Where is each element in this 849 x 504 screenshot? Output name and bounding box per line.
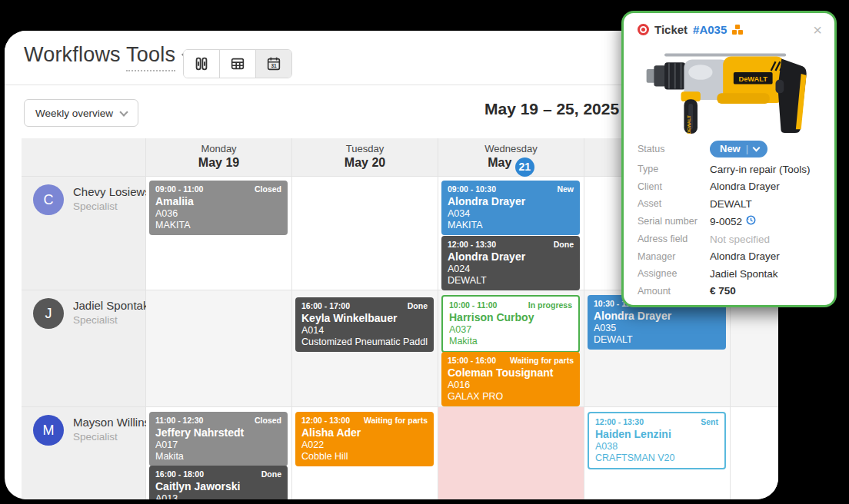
appointment-card-a017[interactable]: 11:00 - 12:30Closed Jeffery Nahrstedt A0…: [149, 412, 288, 466]
appointment-card-a038[interactable]: 12:00 - 13:30Sent Haiden Lenzini A038 CR…: [588, 412, 726, 469]
card-time: 12:00 - 13:00: [301, 416, 350, 425]
target-icon: [638, 24, 649, 35]
card-ticket-id: A024: [448, 264, 574, 274]
card-ticket-id: A013: [155, 493, 281, 499]
divider: |: [746, 143, 748, 154]
appointment-card-a024[interactable]: 12:00 - 13:30Done Alondra Drayer A024 DE…: [441, 236, 580, 290]
appointment-card-a022[interactable]: 12:00 - 13:00Waiting for parts Alisha Ad…: [295, 412, 434, 466]
card-time: 15:00 - 16:00: [448, 356, 496, 365]
date-range-title: May 19 – 25, 2025: [484, 100, 619, 118]
card-brand: DEWALT: [448, 275, 574, 286]
specialist-role: Specialist: [73, 431, 118, 443]
ticket-id-link[interactable]: #A035: [693, 23, 727, 36]
status-value: New: [720, 143, 741, 154]
close-icon[interactable]: ×: [813, 25, 822, 35]
card-client: Harrison Curboy: [449, 311, 572, 323]
view-kanban-button[interactable]: [184, 50, 220, 78]
ticket-popup: Ticket #A035 × DeWALT: [621, 11, 837, 307]
appointment-card-a016[interactable]: 15:00 - 16:00Waiting for parts Coleman T…: [441, 352, 580, 406]
card-brand: Customized Pneumatic Paddl...: [301, 337, 428, 347]
day-name: Wednesday: [438, 143, 584, 154]
card-ticket-id: A036: [155, 208, 281, 219]
card-ticket-id: A022: [301, 439, 428, 450]
field-value: € 750: [710, 285, 736, 297]
card-time: 10:00 - 11:00: [449, 300, 497, 310]
card-brand: Makita: [155, 451, 281, 462]
weekly-overview-select[interactable]: Weekly overview: [24, 99, 138, 127]
day-date: May 19: [146, 156, 291, 170]
appointment-card-a036[interactable]: 09:00 - 11:00Closed Amaliia A036 MAKITA: [149, 181, 288, 235]
field-label: Asset: [638, 198, 710, 209]
card-client: Alondra Drayer: [448, 195, 574, 207]
day-cell: 09:00 - 10:30New Alondra Drayer A034 MAK…: [438, 177, 584, 290]
card-client: Keyla Winkelbauer: [301, 312, 428, 324]
specialist-cell-jadiel: J Jadiel Spontak Specialist: [22, 290, 146, 407]
table-icon: [229, 55, 246, 72]
field-value: 9-0052: [710, 216, 742, 227]
avatar: C: [33, 184, 64, 215]
status-dropdown[interactable]: New |: [710, 141, 767, 158]
card-client: Alisha Ader: [301, 426, 428, 439]
card-client: Coleman Tousignant: [448, 366, 574, 379]
kanban-icon: [193, 55, 210, 72]
today-badge: 21: [515, 158, 534, 177]
card-status: Sent: [701, 417, 718, 426]
appointment-card-a014[interactable]: 16:00 - 17:00Done Keyla Winkelbauer A014…: [295, 297, 434, 352]
appointment-card-a034[interactable]: 09:00 - 10:30New Alondra Drayer A034 MAK…: [441, 181, 580, 235]
product-image-drill: DeWALT DEWALT: [624, 41, 834, 134]
day-cell: 16:00 - 17:00Done Keyla Winkelbauer A014…: [292, 290, 438, 407]
weekly-overview-label: Weekly overview: [35, 108, 113, 119]
card-status: Closed: [255, 416, 281, 425]
field-label: Manager: [638, 251, 710, 262]
day-date: May 21: [438, 156, 584, 177]
card-ticket-id: A037: [449, 324, 572, 335]
card-brand: MAKITA: [448, 220, 574, 230]
field-label: Assignee: [638, 268, 710, 279]
day-cell: 10:30 - 11:30 Alondra Drayer A035 DEWALT: [584, 290, 731, 407]
card-time: 12:00 - 13:30: [595, 417, 644, 426]
field-label: Serial number: [638, 216, 710, 227]
field-serial-number: Serial number 9-0052: [638, 215, 822, 227]
card-time: 09:00 - 10:30: [448, 184, 496, 194]
appointment-card-a037[interactable]: 10:00 - 11:00In progress Harrison Curboy…: [441, 295, 580, 353]
blocked-day-cell: [438, 407, 584, 499]
specialist-cell-chevy: C Chevy Losiewski Specialist: [22, 177, 146, 290]
card-status: Done: [408, 301, 428, 310]
field-address: Adress field Not specified: [638, 234, 822, 245]
day-cell: 12:00 - 13:00Waiting for parts Alisha Ad…: [292, 407, 438, 499]
page-title-tools[interactable]: Tools: [126, 43, 175, 71]
ticket-fields: Status New | Type Carry-in repair (Tools…: [624, 134, 834, 297]
specialist-role: Specialist: [73, 201, 118, 212]
card-time: 09:00 - 11:00: [155, 184, 203, 194]
card-client: Alondra Drayer: [448, 250, 574, 263]
svg-text:DeWALT: DeWALT: [739, 75, 768, 83]
day-date: May 20: [292, 156, 438, 170]
day-cell: 11:00 - 12:30Closed Jeffery Nahrstedt A0…: [146, 407, 292, 499]
appointment-card-a013[interactable]: 16:00 - 18:00Done Caitlyn Jaworski A013: [149, 466, 288, 499]
card-time: 16:00 - 18:00: [155, 469, 204, 479]
card-client: Caitlyn Jaworski: [155, 480, 281, 492]
chevron-down-icon: [753, 144, 761, 152]
card-ticket-id: A017: [155, 439, 281, 450]
view-calendar-button[interactable]: 31: [256, 50, 291, 78]
history-icon[interactable]: [746, 215, 756, 227]
specialist-name: Jadiel Spontak: [73, 299, 148, 312]
header-cell-tuesday: Tuesday May 20: [292, 138, 438, 177]
card-ticket-id: A016: [448, 380, 574, 390]
field-client: Client Alondra Drayer: [638, 181, 822, 192]
view-table-button[interactable]: [220, 50, 256, 78]
avatar: M: [33, 415, 64, 446]
svg-text:31: 31: [271, 63, 277, 68]
field-label: Status: [638, 144, 710, 154]
card-brand: MAKITA: [155, 220, 281, 230]
field-label: Client: [638, 181, 710, 192]
card-status: Done: [261, 469, 281, 479]
day-name: Monday: [146, 143, 291, 154]
card-time: 16:00 - 17:00: [301, 301, 350, 310]
parts-icon: [732, 25, 744, 35]
field-value: Alondra Drayer: [710, 250, 780, 262]
day-cell: 12:00 - 13:30Sent Haiden Lenzini A038 CR…: [584, 407, 731, 499]
field-label: Amount: [638, 286, 710, 297]
day-name: Tuesday: [292, 143, 438, 154]
card-ticket-id: A014: [301, 325, 428, 336]
